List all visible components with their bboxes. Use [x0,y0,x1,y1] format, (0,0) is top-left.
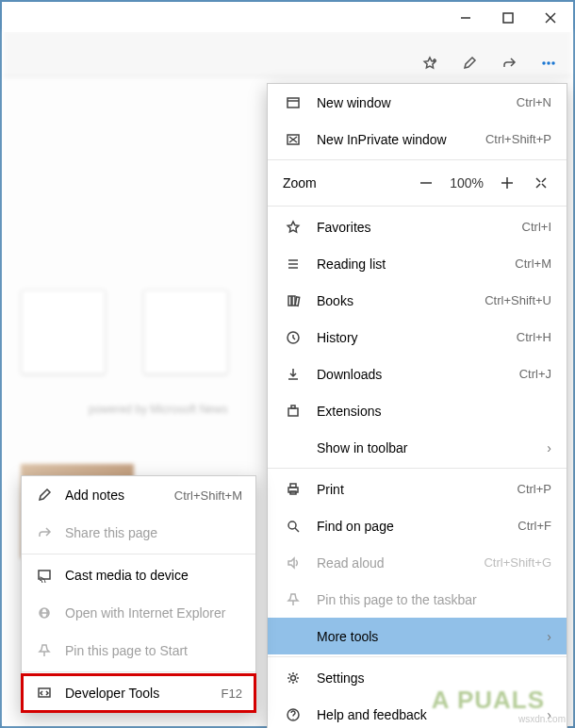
more-tools-submenu: Add notes Ctrl+Shift+M Share this page C… [21,475,256,713]
chevron-right-icon: › [547,629,551,644]
close-button[interactable] [529,4,571,32]
minimize-icon [458,10,473,25]
svg-rect-22 [288,408,298,416]
reading-list-icon [283,256,304,272]
menu-shortcut: Ctrl+H [517,330,551,344]
svg-rect-19 [292,296,295,306]
toolbar-actions [411,44,567,82]
zoom-label: Zoom [283,175,416,190]
menu-shortcut: Ctrl+N [517,95,551,109]
menu-reading-list[interactable]: Reading list Ctrl+M [268,245,567,282]
svg-point-29 [291,675,296,680]
menu-label: Share this page [65,525,242,540]
submenu-pin-start: Pin this page to Start [22,632,255,670]
menu-zoom: Zoom 100% [268,162,567,204]
svg-rect-25 [290,484,296,488]
menu-shortcut: Ctrl+J [519,367,551,381]
svg-rect-9 [288,98,299,108]
submenu-add-notes[interactable]: Add notes Ctrl+Shift+M [22,476,255,514]
find-icon [283,519,304,534]
submenu-open-ie: Open with Internet Explorer [22,594,255,632]
maximize-button[interactable] [486,4,529,32]
svg-point-8 [552,62,554,64]
svg-rect-20 [295,296,300,305]
favorites-hub-button[interactable] [411,44,449,82]
devtools-icon [35,686,54,701]
minimize-button[interactable] [444,4,486,32]
menu-label: Open with Internet Explorer [65,605,242,620]
download-icon [283,367,304,382]
menu-pin-taskbar: Pin this page to the taskbar [268,581,567,618]
submenu-cast[interactable]: Cast media to device [22,556,255,594]
chevron-right-icon: › [547,440,551,455]
menu-favorites[interactable]: Favorites Ctrl+I [268,208,567,245]
menu-label: Reading list [317,256,515,272]
menu-label: Extensions [317,404,551,419]
svg-rect-23 [291,405,295,408]
menu-read-aloud: Read aloud Ctrl+Shift+G [268,544,567,581]
more-button[interactable] [530,44,567,82]
svg-rect-31 [39,571,50,579]
menu-label: Add notes [65,488,174,503]
menu-label: Print [317,482,518,497]
pen-icon [462,56,477,71]
star-icon [283,220,304,235]
help-icon [283,707,304,722]
menu-label: History [317,330,517,345]
dots-icon [541,56,556,71]
menu-new-window[interactable]: New window Ctrl+N [268,84,567,121]
menu-label: Developer Tools [65,686,222,701]
menu-label: Favorites [317,220,522,235]
menu-shortcut: Ctrl+I [522,220,551,234]
svg-point-27 [288,521,296,529]
svg-rect-1 [503,13,513,23]
menu-separator [268,656,567,657]
menu-more-tools[interactable]: More tools › [268,618,567,654]
books-icon [283,293,304,308]
menu-extensions[interactable]: Extensions [268,392,567,429]
minus-icon [419,175,434,190]
menu-label: Cast media to device [65,568,242,583]
settings-menu: New window Ctrl+N New InPrivate window C… [267,83,567,728]
gear-icon [283,670,304,686]
svg-line-28 [295,528,299,532]
zoom-out-button[interactable] [416,175,436,190]
menu-label: Books [317,293,485,308]
menu-shortcut: Ctrl+F [518,519,551,533]
pin-icon [283,592,304,607]
menu-shortcut: Ctrl+Shift+M [174,488,242,503]
submenu-developer-tools[interactable]: Developer Tools F12 [22,674,255,712]
menu-books[interactable]: Books Ctrl+Shift+U [268,282,567,319]
cast-icon [35,568,54,583]
menu-label: More tools [317,629,539,644]
menu-label: Show in toolbar [317,440,539,455]
fullscreen-icon [534,175,549,190]
notes-button[interactable] [451,44,488,82]
menu-shortcut: F12 [222,687,242,701]
svg-point-7 [548,62,550,64]
menu-new-inprivate[interactable]: New InPrivate window Ctrl+Shift+P [268,121,567,157]
menu-label: Pin this page to the taskbar [317,592,551,607]
svg-point-6 [543,62,545,64]
share-button[interactable] [490,44,528,82]
fullscreen-button[interactable] [531,175,551,190]
svg-rect-18 [288,296,291,306]
ie-icon [35,605,54,620]
menu-shortcut: Ctrl+P [518,482,551,496]
history-icon [283,330,304,345]
menu-history[interactable]: History Ctrl+H [268,319,567,356]
menu-show-toolbar[interactable]: Show in toolbar › [268,429,567,466]
zoom-in-button[interactable] [497,175,518,190]
menu-shortcut: Ctrl+Shift+P [485,132,551,146]
pin-icon [35,643,54,658]
menu-label: Find on page [317,519,518,534]
menu-find[interactable]: Find on page Ctrl+F [268,507,567,544]
menu-shortcut: Ctrl+M [515,256,551,271]
menu-print[interactable]: Print Ctrl+P [268,471,567,507]
menu-downloads[interactable]: Downloads Ctrl+J [268,356,567,392]
menu-label: Pin this page to Start [65,643,242,658]
menu-separator [268,159,567,160]
menu-label: Downloads [317,367,519,382]
share-icon [35,525,54,540]
watermark: A PUALS [432,686,545,715]
